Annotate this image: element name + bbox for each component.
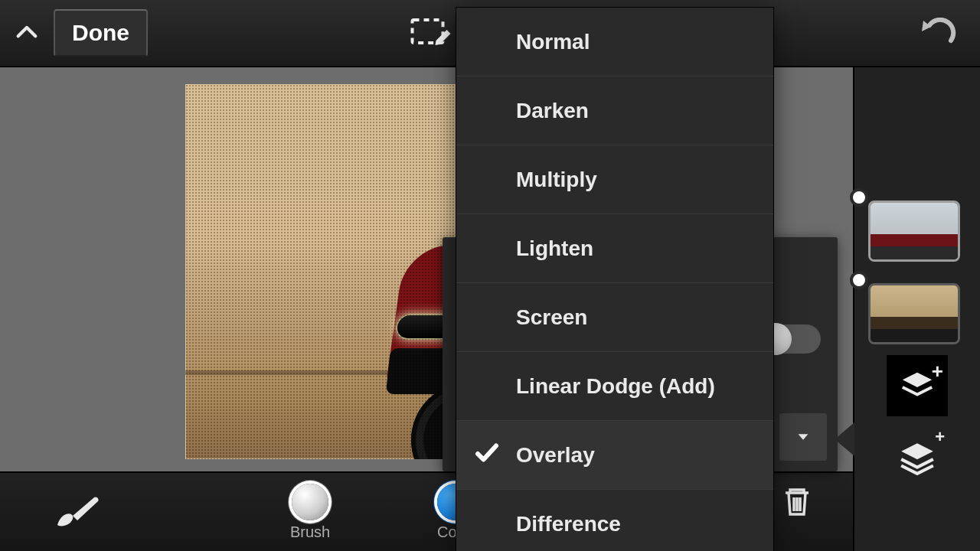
layer-thumbnail-2[interactable] — [862, 283, 972, 344]
blend-mode-item-normal[interactable]: Normal — [456, 8, 773, 77]
layers-icon — [900, 368, 935, 403]
swatch-gray-icon — [292, 484, 328, 520]
menu-item-label: Linear Dodge (Add) — [516, 374, 715, 399]
blend-mode-item-lighten[interactable]: Lighten — [456, 214, 773, 283]
undo-button[interactable] — [911, 0, 965, 66]
layer-strip: + + — [853, 67, 980, 551]
menu-item-label: Lighten — [516, 236, 593, 261]
marquee-pencil-icon — [410, 18, 452, 48]
check-icon — [473, 439, 501, 471]
menu-item-label: Darken — [516, 99, 589, 123]
caret-down-icon — [795, 429, 812, 445]
blend-mode-menu: Normal Darken Multiply Lighten Screen Li… — [456, 8, 773, 551]
blend-mode-item-multiply[interactable]: Multiply — [456, 145, 773, 214]
undo-icon — [919, 18, 957, 48]
blend-mode-item-overlay[interactable]: Overlay — [456, 421, 773, 490]
layers-panel-button[interactable]: + — [887, 355, 948, 416]
plus-icon: + — [935, 427, 945, 447]
brush-swatch-button[interactable]: Brush — [237, 484, 383, 541]
layer-thumbnail-1[interactable] — [862, 201, 972, 262]
menu-item-label: Screen — [516, 305, 587, 330]
blend-mode-item-linear-dodge[interactable]: Linear Dodge (Add) — [456, 352, 773, 421]
menu-item-label: Normal — [516, 30, 590, 54]
selection-tool-button[interactable] — [408, 10, 454, 56]
layer-selected-dot — [850, 271, 868, 289]
trash-icon — [779, 484, 815, 519]
panel-callout-arrow — [835, 422, 854, 456]
menu-item-label: Difference — [516, 512, 621, 536]
blend-mode-item-darken[interactable]: Darken — [456, 77, 773, 145]
layers-add-icon — [898, 437, 936, 475]
bottom-item-label: Brush — [290, 523, 330, 541]
blend-mode-item-screen[interactable]: Screen — [456, 283, 773, 352]
collapse-button[interactable] — [0, 0, 54, 66]
plus-icon: + — [932, 360, 943, 383]
brush-tool-button[interactable] — [8, 493, 145, 531]
blend-mode-item-difference[interactable]: Difference — [456, 490, 773, 551]
done-button[interactable]: Done — [54, 9, 148, 57]
chevron-up-icon — [14, 20, 40, 46]
layer-selected-dot — [850, 188, 868, 207]
add-layer-button[interactable]: + — [887, 425, 948, 487]
blend-mode-dropdown-button[interactable] — [779, 413, 827, 461]
delete-layer-button[interactable] — [779, 484, 815, 519]
menu-item-label: Multiply — [516, 168, 597, 192]
menu-item-label: Overlay — [516, 443, 595, 468]
brush-icon — [51, 493, 102, 531]
